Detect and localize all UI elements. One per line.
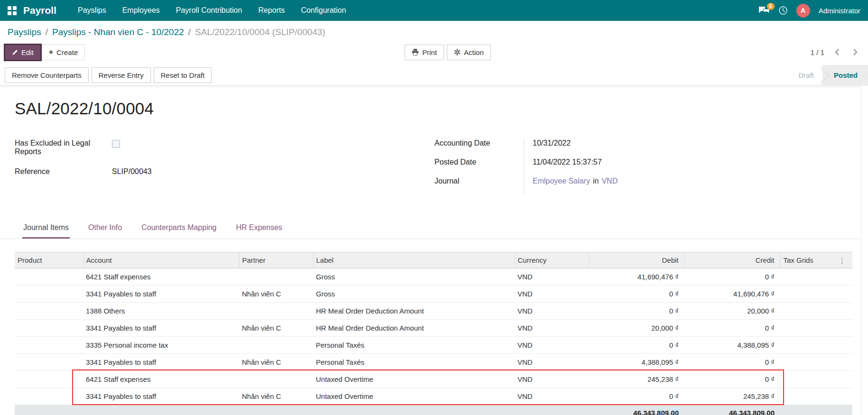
main-menu: Payslips Employees Payroll Contribution … xyxy=(70,0,354,21)
cell-credit: 245,238 ₫ xyxy=(684,388,780,405)
cell-currency: VND xyxy=(515,320,589,337)
chevron-right-icon xyxy=(853,48,858,56)
control-row: Edit + Create Print xyxy=(0,40,868,65)
breadcrumb-item-payslips[interactable]: Payslips xyxy=(8,27,41,37)
journal-items-table-wrap: Product Account Partner Label Currency D… xyxy=(15,252,846,415)
table-row[interactable]: 3341 Payables to staffNhân viên CGrossVN… xyxy=(15,286,852,303)
print-button[interactable]: Print xyxy=(405,45,444,60)
cell-product xyxy=(15,354,83,371)
breadcrumb: Payslips / Payslips - Nhan vien C - 10/2… xyxy=(0,21,868,40)
menu-configuration[interactable]: Configuration xyxy=(293,0,354,21)
edit-button-label: Edit xyxy=(21,48,34,56)
menu-payroll-contribution[interactable]: Payroll Contribution xyxy=(168,0,250,21)
tab-other-info[interactable]: Other Info xyxy=(87,218,123,239)
has-excluded-checkbox[interactable] xyxy=(112,140,120,148)
reset-to-draft-button[interactable]: Reset to Draft xyxy=(154,67,212,83)
cell-label: HR Meal Order Deduction Amount xyxy=(313,303,515,320)
create-button[interactable]: + Create xyxy=(42,44,85,60)
pager-next-button[interactable] xyxy=(850,46,860,58)
column-header-debit[interactable]: Debit xyxy=(589,252,684,268)
cell-label: Untaxed Overtime xyxy=(313,388,515,405)
app-title[interactable]: Payroll xyxy=(23,5,56,16)
pager: 1 / 1 xyxy=(811,46,860,58)
column-header-partner[interactable]: Partner xyxy=(239,252,313,268)
cell-credit: 4,388,095 ₫ xyxy=(684,337,780,354)
cell-credit: 0 ₫ xyxy=(684,268,780,286)
status-row: Remove Counterparts Reverse Entry Reset … xyxy=(0,65,868,86)
tab-hr-expenses[interactable]: HR Expenses xyxy=(235,218,284,239)
cell-debit: 245,238 ₫ xyxy=(589,371,684,388)
avatar[interactable]: A xyxy=(796,4,810,18)
cell-credit: 20,000 ₫ xyxy=(684,303,780,320)
cell-product xyxy=(15,371,83,388)
field-group-left: Has Excluded in Legal Reports Reference … xyxy=(15,138,394,195)
reverse-entry-button[interactable]: Reverse Entry xyxy=(92,67,151,83)
cell-currency: VND xyxy=(515,286,589,303)
journal-currency-link[interactable]: VND xyxy=(601,177,618,185)
reference-label: Reference xyxy=(15,166,112,176)
remove-counterparts-button[interactable]: Remove Counterparts xyxy=(5,67,89,83)
gear-icon xyxy=(454,49,461,55)
table-row[interactable]: 3341 Payables to staffNhân viên CHR Meal… xyxy=(15,320,852,337)
column-header-label[interactable]: Label xyxy=(313,252,515,268)
table-row[interactable]: 6421 Staff expensesGrossVND41,690,476 ₫0… xyxy=(15,268,852,286)
messages-icon[interactable]: 5 xyxy=(758,6,770,15)
apps-grid-icon[interactable] xyxy=(8,6,17,15)
cell-account: 3341 Payables to staff xyxy=(83,354,239,371)
cell-currency: VND xyxy=(515,303,589,320)
table-row[interactable]: 3341 Payables to staffNhân viên CPersona… xyxy=(15,354,852,371)
tax-grids-header-label: Tax Grids xyxy=(784,256,813,264)
create-button-label: Create xyxy=(56,48,78,56)
table-row[interactable]: 3335 Personal income taxPersonal TaxésVN… xyxy=(15,337,852,354)
accounting-date-value: 10/31/2022 xyxy=(524,138,738,157)
has-excluded-value xyxy=(112,138,394,150)
journal-link[interactable]: Emlpoyee Salary xyxy=(533,177,590,185)
user-name[interactable]: Administrator xyxy=(819,7,860,15)
cell-label: HR Meal Order Deduction Amount xyxy=(313,320,515,337)
action-button[interactable]: Action xyxy=(447,45,491,60)
cell-account: 3341 Payables to staff xyxy=(83,320,239,337)
table-row[interactable]: 3341 Payables to staffNhân viên CUntaxed… xyxy=(15,388,852,405)
table-row[interactable]: 1388 OthersHR Meal Order Deduction Amoun… xyxy=(15,303,852,320)
cell-debit: 0 ₫ xyxy=(589,337,684,354)
pager-count: 1 / 1 xyxy=(811,48,824,56)
menu-employees[interactable]: Employees xyxy=(114,0,168,21)
cell-product xyxy=(15,388,83,405)
breadcrumb-item-payslip-record[interactable]: Payslips - Nhan vien C - 10/2022 xyxy=(52,27,184,37)
column-header-product[interactable]: Product xyxy=(15,252,83,268)
journal-items-table: Product Account Partner Label Currency D… xyxy=(15,252,852,415)
cell-tax_grids xyxy=(780,388,852,405)
column-header-currency[interactable]: Currency xyxy=(515,252,589,268)
edit-button[interactable]: Edit xyxy=(5,45,41,60)
cell-label: Personal Taxés xyxy=(313,354,515,371)
chevron-left-icon xyxy=(835,48,840,56)
cell-product xyxy=(15,268,83,286)
cell-partner xyxy=(239,337,313,354)
total-debit: 46,343,809.00 xyxy=(589,405,684,415)
column-header-tax-grids[interactable]: Tax Grids⋮ xyxy=(780,252,852,268)
printer-icon xyxy=(412,49,419,55)
cell-label: Untaxed Overtime xyxy=(313,371,515,388)
menu-payslips[interactable]: Payslips xyxy=(70,0,114,21)
cell-partner xyxy=(239,268,313,286)
tab-journal-items[interactable]: Journal Items xyxy=(22,218,70,239)
breadcrumb-separator: / xyxy=(188,27,191,37)
menu-reports[interactable]: Reports xyxy=(250,0,293,21)
action-button-label: Action xyxy=(464,48,484,56)
cell-credit: 0 ₫ xyxy=(684,354,780,371)
activity-clock-icon[interactable] xyxy=(778,6,788,15)
tab-counterparts-mapping[interactable]: Counterparts Mapping xyxy=(140,218,217,239)
cell-tax_grids xyxy=(780,268,852,286)
column-header-credit[interactable]: Credit xyxy=(684,252,780,268)
optional-columns-toggle-icon[interactable]: ⋮ xyxy=(838,256,847,265)
cell-partner: Nhân viên C xyxy=(239,354,313,371)
cell-debit: 0 ₫ xyxy=(589,388,684,405)
field-group-right: Accounting Date 10/31/2022 Posted Date 1… xyxy=(434,138,738,195)
state-posted[interactable]: Posted xyxy=(822,65,868,86)
pager-previous-button[interactable] xyxy=(832,46,842,58)
cell-account: 3341 Payables to staff xyxy=(83,388,239,405)
payroll-app-window: Payroll Payslips Employees Payroll Contr… xyxy=(0,0,868,415)
cell-partner: Nhân viên C xyxy=(239,388,313,405)
column-header-account[interactable]: Account xyxy=(83,252,239,268)
table-row[interactable]: 6421 Staff expensesUntaxed OvertimeVND24… xyxy=(15,371,852,388)
